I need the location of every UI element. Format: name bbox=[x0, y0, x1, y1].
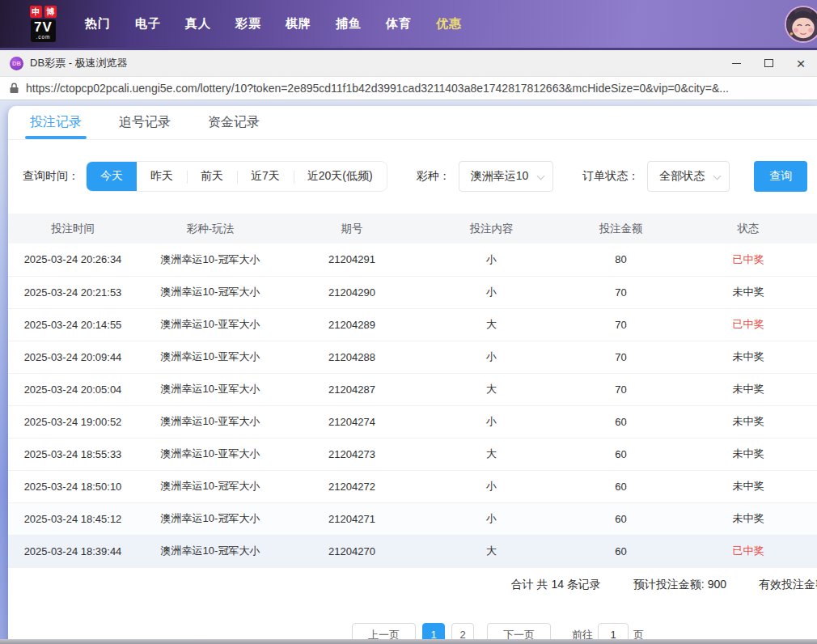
cell-content: 大 bbox=[421, 438, 562, 470]
cell-issue: 21204291 bbox=[283, 244, 421, 276]
time-option-0[interactable]: 今天 bbox=[87, 162, 137, 191]
avatar-illustration bbox=[786, 7, 817, 41]
nav-menu: 热门电子真人彩票棋牌捕鱼体育优惠 bbox=[73, 16, 474, 32]
tab-2[interactable]: 资金记录 bbox=[208, 106, 260, 139]
table-row: 2025-03-24 20:21:53澳洲幸运10-冠军大小21204290小7… bbox=[8, 276, 817, 308]
cell-game: 澳洲幸运10-亚军大小 bbox=[138, 438, 283, 470]
cell-issue: 21204273 bbox=[283, 438, 421, 470]
order-status-select[interactable]: 全部状态 bbox=[647, 161, 730, 192]
cell-game: 澳洲幸运10-冠军大小 bbox=[138, 535, 283, 567]
cell-content: 小 bbox=[421, 470, 562, 502]
cell-game: 澳洲幸运10-冠军大小 bbox=[138, 276, 283, 308]
time-option-3[interactable]: 近7天 bbox=[237, 162, 294, 191]
minimize-icon bbox=[732, 63, 741, 64]
cell-time: 2025-03-24 20:09:44 bbox=[8, 341, 138, 373]
nav-item-6[interactable]: 体育 bbox=[374, 16, 424, 32]
cell-game: 澳洲幸运10-冠军大小 bbox=[138, 244, 283, 276]
cell-status: 未中奖 bbox=[679, 373, 817, 405]
cell-content: 大 bbox=[421, 373, 562, 405]
table-header-row: 投注时间彩种-玩法期号投注内容投注金额状态 bbox=[8, 214, 817, 244]
maximize-icon bbox=[764, 59, 773, 67]
minimize-button[interactable] bbox=[720, 50, 752, 76]
filter-bar: 查询时间： 今天昨天前天近7天近20天(低频) 彩种： 澳洲幸运10 订单状态：… bbox=[8, 161, 817, 192]
cell-time: 2025-03-24 18:39:44 bbox=[8, 535, 138, 567]
table-row: 2025-03-24 20:05:04澳洲幸运10-亚军大小21204287大7… bbox=[8, 373, 817, 405]
lock-icon bbox=[10, 83, 19, 94]
cell-issue: 21204290 bbox=[283, 276, 421, 308]
column-header: 投注内容 bbox=[421, 214, 562, 244]
content-card: 投注记录追号记录资金记录 查询时间： 今天昨天前天近7天近20天(低频) 彩种：… bbox=[8, 106, 817, 644]
cell-amount: 60 bbox=[562, 405, 679, 438]
address-bar[interactable]: https://ctopcp02pcali.uengi5e.com/lotter… bbox=[0, 77, 817, 100]
nav-item-1[interactable]: 电子 bbox=[123, 16, 173, 32]
nav-item-4[interactable]: 棋牌 bbox=[273, 16, 324, 32]
column-header: 状态 bbox=[679, 214, 817, 244]
nav-item-5[interactable]: 捕鱼 bbox=[324, 16, 374, 32]
cell-amount: 60 bbox=[562, 502, 679, 535]
site-logo[interactable]: 申 博 7V .com bbox=[30, 6, 57, 42]
cell-amount: 70 bbox=[562, 276, 679, 308]
cell-time: 2025-03-24 18:45:12 bbox=[8, 502, 138, 535]
browser-tab-icon: DB bbox=[10, 57, 23, 70]
cell-time: 2025-03-24 20:21:53 bbox=[8, 276, 138, 308]
cell-amount: 60 bbox=[562, 438, 679, 470]
cell-amount: 70 bbox=[562, 373, 679, 405]
cell-time: 2025-03-24 18:50:10 bbox=[8, 470, 138, 502]
maximize-button[interactable] bbox=[752, 50, 785, 76]
cell-content: 小 bbox=[421, 276, 562, 308]
table-row: 2025-03-24 20:14:55澳洲幸运10-亚军大小21204289大7… bbox=[8, 308, 817, 341]
browser-titlebar: DB DB彩票 - 极速浏览器 × bbox=[0, 50, 817, 77]
cell-time: 2025-03-24 20:05:04 bbox=[8, 373, 138, 405]
nav-item-0[interactable]: 热门 bbox=[73, 16, 123, 32]
cell-issue: 21204289 bbox=[283, 308, 421, 341]
time-option-1[interactable]: 昨天 bbox=[137, 162, 187, 191]
chevron-down-icon bbox=[537, 172, 545, 180]
table-row: 2025-03-24 18:45:12澳洲幸运10-冠军大小21204271小6… bbox=[8, 502, 817, 535]
record-tabs: 投注记录追号记录资金记录 bbox=[8, 106, 817, 140]
cell-issue: 21204287 bbox=[283, 373, 421, 405]
time-range-group: 今天昨天前天近7天近20天(低频) bbox=[86, 161, 387, 192]
time-option-2[interactable]: 前天 bbox=[187, 162, 237, 191]
time-option-4[interactable]: 近20天(低频) bbox=[294, 162, 387, 191]
cell-issue: 21204288 bbox=[283, 341, 421, 373]
cell-game: 澳洲幸运10-冠军大小 bbox=[138, 502, 283, 535]
cell-status: 未中奖 bbox=[679, 470, 817, 502]
search-button[interactable]: 查询 bbox=[754, 161, 807, 192]
cell-status: 未中奖 bbox=[679, 405, 817, 438]
cell-content: 小 bbox=[421, 405, 562, 438]
table-row: 2025-03-24 19:00:52澳洲幸运10-亚军大小21204274小6… bbox=[8, 405, 817, 438]
table-row: 2025-03-24 18:50:10澳洲幸运10-冠军大小21204272小6… bbox=[8, 470, 817, 502]
time-filter-label: 查询时间： bbox=[23, 169, 79, 184]
cell-amount: 80 bbox=[562, 244, 679, 276]
logo-badges: 申 博 bbox=[30, 6, 57, 18]
user-avatar[interactable] bbox=[785, 6, 817, 43]
cell-game: 澳洲幸运10-亚军大小 bbox=[138, 308, 283, 341]
tab-1[interactable]: 追号记录 bbox=[119, 106, 171, 139]
tab-0[interactable]: 投注记录 bbox=[30, 106, 82, 139]
cell-issue: 21204271 bbox=[283, 502, 421, 535]
logo-domain: .com bbox=[34, 35, 53, 40]
close-button[interactable]: × bbox=[785, 50, 817, 76]
cell-game: 澳洲幸运10-亚军大小 bbox=[138, 373, 283, 405]
nav-item-2[interactable]: 真人 bbox=[173, 16, 223, 32]
window-controls: × bbox=[720, 50, 817, 76]
lottery-filter-label: 彩种： bbox=[417, 169, 451, 184]
cell-status: 未中奖 bbox=[679, 276, 817, 308]
column-header: 彩种-玩法 bbox=[138, 214, 283, 244]
lottery-select[interactable]: 澳洲幸运10 bbox=[459, 161, 554, 192]
cell-issue: 21204274 bbox=[283, 405, 421, 438]
cell-time: 2025-03-24 20:14:55 bbox=[8, 308, 138, 341]
table-body: 2025-03-24 20:26:34澳洲幸运10-冠军大小21204291小8… bbox=[8, 244, 817, 567]
cell-amount: 70 bbox=[562, 341, 679, 373]
table-row: 2025-03-24 18:39:44澳洲幸运10-冠军大小21204270大6… bbox=[8, 535, 817, 567]
summary-total: 合计 共 14 条记录 bbox=[511, 578, 601, 592]
cell-status: 未中奖 bbox=[679, 502, 817, 535]
table-row: 2025-03-24 20:26:34澳洲幸运10-冠军大小21204291小8… bbox=[8, 244, 817, 276]
cell-issue: 21204270 bbox=[283, 535, 421, 567]
cell-amount: 60 bbox=[562, 470, 679, 502]
nav-item-3[interactable]: 彩票 bbox=[223, 16, 273, 32]
bet-records-table: 投注时间彩种-玩法期号投注内容投注金额状态 2025-03-24 20:26:3… bbox=[8, 214, 817, 568]
nav-item-7[interactable]: 优惠 bbox=[424, 16, 474, 32]
cell-amount: 70 bbox=[562, 308, 679, 341]
cell-game: 澳洲幸运10-亚军大小 bbox=[138, 405, 283, 438]
